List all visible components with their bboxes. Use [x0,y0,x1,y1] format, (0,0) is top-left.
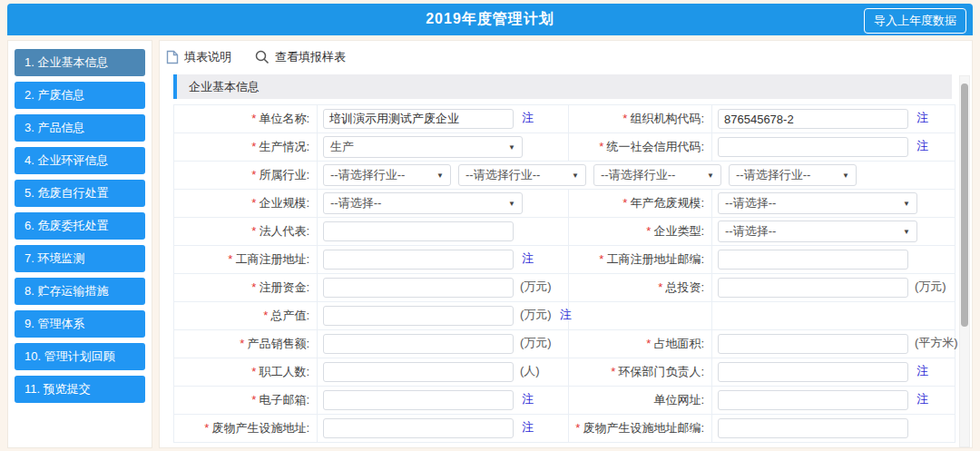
dropdown-select[interactable]: --请选择--▼ [718,221,917,242]
text-input[interactable] [323,109,514,129]
dropdown-value: --请选择行业-- [736,167,810,183]
unit-label: (万元) [520,336,552,349]
field-label: *企业类型: [569,218,712,246]
text-input[interactable] [323,278,514,298]
sidebar-item[interactable]: 6. 危废委托处置 [15,212,145,240]
sidebar-item[interactable]: 8. 贮存运输措施 [15,278,145,305]
chevron-down-icon: ▼ [707,172,714,180]
fill-instructions-link[interactable]: 填表说明 [166,49,231,65]
field-cell: 注 [318,105,569,133]
field-label: *年产危废规模: [569,190,712,218]
field-cell: (人) [318,358,569,387]
note-link[interactable]: 注 [522,392,534,406]
dropdown-select[interactable]: --请选择行业--▼ [458,164,586,186]
dropdown-value: --请选择-- [330,195,381,211]
required-mark: * [204,421,209,435]
vertical-scrollbar[interactable] [959,75,970,447]
note-link[interactable]: 注 [522,111,534,124]
field-label: *组织机构代码: [569,105,712,133]
text-input[interactable] [718,362,908,382]
scrollbar-thumb[interactable] [961,83,968,327]
text-input[interactable] [323,250,514,270]
field-label: *产品销售额: [174,330,318,358]
field-cell: (万元)注 [318,302,569,330]
sidebar-item[interactable]: 11. 预览提交 [15,376,145,403]
note-link[interactable]: 注 [560,308,572,321]
field-cell [712,246,956,274]
required-mark: * [251,224,256,238]
text-input[interactable] [323,390,514,410]
sidebar-item[interactable]: 4. 企业环评信息 [15,147,145,174]
dropdown-select[interactable]: --请选择行业--▼ [323,164,451,186]
field-label: *环保部门负责人: [569,358,712,387]
text-input[interactable] [323,362,514,382]
field-cell: --请选择--▼ [318,190,569,218]
form-row: *职工人数:(人)*环保部门负责人:注 [174,358,956,387]
note-link[interactable]: 注 [522,420,534,434]
dropdown-select[interactable]: --请选择行业--▼ [593,164,721,186]
field-label: *工商注册地址: [174,246,318,274]
field-cell: (万元) [712,274,956,302]
form-row: *废物产生设施地址:注*废物产生设施地址邮编: [174,415,956,443]
sidebar-item[interactable]: 5. 危废自行处置 [15,180,145,207]
view-sample-link[interactable]: 查看填报样表 [255,49,346,65]
text-input[interactable] [718,137,908,157]
required-mark: * [646,224,651,238]
sidebar-item[interactable]: 1. 企业基本信息 [15,49,145,76]
required-mark: * [575,421,580,435]
chevron-down-icon: ▼ [572,172,579,180]
text-input[interactable] [323,221,514,241]
field-label: 单位网址: [569,387,712,415]
dropdown-value: --请选择行业-- [466,167,540,183]
form-row: *产品销售额:(万元)*占地面积:(平方米) [174,330,956,358]
field-cell [712,302,956,330]
required-mark: * [622,112,627,125]
sidebar-item[interactable]: 9. 管理体系 [15,310,145,338]
required-mark: * [240,337,244,350]
note-link[interactable]: 注 [916,111,928,124]
sidebar-item[interactable]: 2. 产废信息 [15,82,145,109]
field-label: *职工人数: [174,358,318,387]
note-link[interactable]: 注 [916,364,928,377]
note-link[interactable]: 注 [916,392,928,406]
field-cell: 注 [318,246,569,274]
chevron-down-icon: ▼ [508,143,515,152]
dropdown-value: 生产 [330,139,354,155]
text-input[interactable] [718,250,908,270]
sidebar-item[interactable]: 3. 产品信息 [15,114,145,142]
view-sample-label: 查看填报样表 [275,49,346,65]
dropdown-value: --请选择行业-- [330,167,405,183]
dropdown-value: --请选择-- [725,195,776,211]
toolbar: 填表说明 查看填报样表 [160,41,972,72]
field-cell: --请选择--▼ [712,218,956,246]
form-row: *所属行业:--请选择行业--▼--请选择行业--▼--请选择行业--▼--请选… [174,162,956,190]
required-mark: * [658,280,662,294]
sidebar-item[interactable]: 7. 环境监测 [15,245,145,272]
import-last-year-button[interactable]: 导入上年度数据 [864,8,966,34]
note-link[interactable]: 注 [916,139,928,152]
text-input[interactable] [323,306,514,326]
text-input[interactable] [718,109,908,129]
sidebar-item[interactable]: 10. 管理计划回顾 [15,343,145,370]
dropdown-select[interactable]: 生产▼ [323,136,523,158]
unit-label: (平方米) [915,336,958,349]
dropdown-select[interactable]: --请选择--▼ [323,192,523,214]
field-cell: (平方米) [712,330,956,358]
unit-label: (万元) [915,279,946,293]
text-input[interactable] [718,334,908,354]
note-link[interactable]: 注 [522,251,534,265]
form-row: *企业规模:--请选择--▼*年产危废规模:--请选择--▼ [174,190,956,218]
text-input[interactable] [323,334,514,354]
text-input[interactable] [323,418,514,438]
sidebar: 1. 企业基本信息2. 产废信息3. 产品信息4. 企业环评信息5. 危废自行处… [7,40,152,448]
form-row: *法人代表:*企业类型:--请选择--▼ [174,218,956,246]
text-input[interactable] [718,418,908,438]
dropdown-select[interactable]: --请选择行业--▼ [729,164,857,186]
form-row: *注册资金:(万元)*总投资:(万元) [174,274,956,302]
text-input[interactable] [718,278,908,298]
required-mark: * [228,252,232,266]
dropdown-select[interactable]: --请选择--▼ [718,192,917,214]
field-label: *所属行业: [174,162,318,190]
document-icon [166,50,179,64]
text-input[interactable] [718,390,908,410]
